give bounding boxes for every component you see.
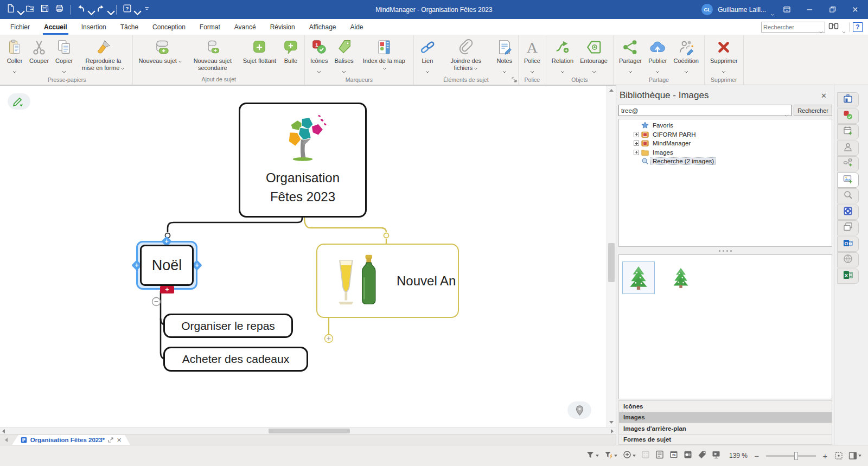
horizontal-scroll-thumb[interactable] — [269, 429, 350, 433]
topic-node-nouvel-an[interactable]: Nouvel An — [316, 244, 459, 318]
task-pane-tab-excel[interactable]: X — [837, 269, 859, 284]
chevron-down-icon[interactable] — [819, 25, 823, 28]
redo-button[interactable] — [94, 3, 112, 16]
customize-toolbar-button[interactable] — [141, 3, 153, 16]
restore-button[interactable] — [821, 2, 843, 18]
tree-item-ciform-parh[interactable]: CIFORM PARH — [619, 130, 832, 139]
ribbon-button-joindre-des-fichiers[interactable]: Joindre des fichiers — [439, 37, 493, 73]
zoom-slider-thumb[interactable] — [794, 452, 798, 460]
chevron-down-icon[interactable] — [842, 25, 846, 28]
chevron-down-icon[interactable] — [785, 109, 789, 112]
minimize-button[interactable] — [799, 2, 820, 18]
menu-tab-affichage[interactable]: Affichage — [302, 19, 343, 35]
library-section-images[interactable]: Images — [618, 412, 832, 423]
vertical-scrollbar[interactable] — [607, 86, 616, 427]
ribbon-button-relation[interactable]: Relation — [548, 37, 577, 76]
library-section-images-d-arriere-plan[interactable]: Images d'arrière-plan — [618, 423, 832, 434]
ribbon-button-lien[interactable]: Lien — [416, 37, 439, 76]
zoom-slider[interactable] — [766, 455, 816, 457]
tree-item-images[interactable]: Images — [619, 148, 832, 157]
task-pane-tab-icon-markers[interactable] — [837, 108, 859, 124]
splitter-handle[interactable] — [618, 247, 832, 254]
menu-tab-avance[interactable]: Avancé — [227, 19, 263, 35]
menu-tab-aide[interactable]: Aide — [343, 19, 371, 35]
ribbon-button-reproduire-la-mise-en-forme[interactable]: Reproduire la mise en forme — [76, 37, 130, 73]
ribbon-button-police[interactable]: APolice — [521, 37, 544, 76]
chevron-down-icon[interactable] — [771, 8, 775, 11]
ribbon-button-nouveau-sujet-secondaire[interactable]: Nouveau sujet secondaire — [186, 37, 240, 73]
binoculars-search-icon[interactable] — [828, 21, 839, 33]
task-pane-tab-snapshot[interactable] — [837, 205, 859, 220]
menu-tab-conception[interactable]: Conception — [145, 19, 193, 35]
search-button[interactable]: Rechercher — [794, 105, 832, 116]
dialog-launcher-icon[interactable] — [512, 77, 517, 84]
icon-view-button[interactable] — [684, 450, 692, 461]
tree-item-mindmanager[interactable]: MindManager — [619, 139, 832, 148]
ribbon-button-coller[interactable]: Coller — [3, 37, 26, 76]
expand-toggle-icon[interactable] — [634, 132, 639, 137]
presentation-button[interactable] — [712, 450, 720, 461]
undo-button[interactable] — [75, 3, 92, 16]
add-view-button[interactable] — [623, 450, 636, 461]
tree-item-recherche-2-images[interactable]: Recherche (2 images) — [619, 157, 832, 166]
task-pane-tab-map-parts[interactable] — [837, 156, 859, 171]
panel-layout-button[interactable] — [848, 451, 861, 460]
ribbon-button-notes[interactable]: Notes — [493, 37, 516, 76]
library-search-input[interactable] — [621, 107, 785, 114]
filter-button[interactable] — [586, 450, 599, 461]
scroll-right-icon[interactable] — [611, 429, 614, 433]
expand-toggle-icon[interactable] — [634, 150, 639, 155]
help-button[interactable]: ? — [853, 22, 863, 32]
ribbon-button-publier[interactable]: Publier — [645, 37, 670, 76]
zoom-in-button[interactable]: + — [821, 451, 829, 461]
open-button[interactable] — [24, 3, 36, 16]
new-document-button[interactable] — [4, 3, 22, 16]
ribbon-button-partager[interactable]: Partager — [616, 37, 645, 76]
user-name[interactable]: Guillaume Laill... — [718, 6, 766, 14]
outline-view-button[interactable] — [655, 450, 664, 461]
task-pane-tab-search[interactable] — [837, 188, 859, 203]
close-tab-icon[interactable]: ✕ — [117, 437, 122, 444]
vertical-scroll-thumb[interactable] — [608, 243, 615, 282]
ribbon-button-balises[interactable]: Balises — [331, 37, 356, 76]
menu-tab-accueil[interactable]: Accueil — [37, 19, 74, 35]
document-tab[interactable]: Organisation Fêtes 2023* ✕ — [12, 435, 130, 445]
task-pane-tab-outlook[interactable]: O — [837, 237, 859, 252]
subtopic-node-organiser-le-repas[interactable]: Organiser le repas — [163, 314, 293, 338]
save-button[interactable] — [39, 3, 51, 16]
ribbon-button-bulle[interactable]: Bulle — [279, 37, 302, 66]
christmas-tree-image-2[interactable] — [665, 261, 697, 294]
power-filter-button[interactable] — [604, 450, 617, 461]
avatar[interactable]: GL — [701, 4, 713, 15]
zoom-out-button[interactable]: − — [753, 451, 761, 461]
menu-tab-revision[interactable]: Révision — [263, 19, 302, 35]
fit-map-button[interactable] — [834, 451, 843, 460]
menu-tab-insertion[interactable]: Insertion — [74, 19, 113, 35]
schedule-view-button[interactable]: 24 — [669, 450, 678, 461]
scroll-left-icon[interactable] — [2, 429, 5, 433]
tag-view-button[interactable] — [698, 450, 706, 461]
task-pane-tab-images[interactable] — [837, 173, 859, 188]
menu-tab-format[interactable]: Format — [193, 19, 227, 35]
add-subtopic-badge[interactable] — [160, 286, 174, 293]
help-button[interactable]: ? — [121, 3, 138, 16]
map-canvas[interactable]: Organisation Fêtes 2023 Noël — [0, 86, 607, 427]
task-pane-tab-task-info[interactable] — [837, 124, 859, 139]
topic-node-noel[interactable]: Noël — [140, 245, 194, 286]
close-icon[interactable] — [844, 2, 866, 18]
expand-toggle-icon[interactable] — [634, 141, 639, 146]
ribbon-display-options-button[interactable] — [776, 2, 797, 18]
ribbon-button-supprimer[interactable]: Supprimer — [707, 37, 741, 76]
task-pane-tab-library[interactable] — [837, 92, 859, 107]
scroll-down-icon[interactable] — [609, 421, 614, 424]
subtopic-node-acheter-des-cadeaux[interactable]: Acheter des cadeaux — [163, 347, 308, 372]
horizontal-scrollbar[interactable] — [0, 427, 616, 434]
ribbon-button-copier[interactable]: Copier — [52, 37, 76, 76]
coediting-pencil-indicator[interactable] — [8, 93, 30, 110]
menu-tab-fichier[interactable]: Fichier — [3, 19, 37, 35]
location-pin-button[interactable] — [567, 401, 591, 419]
ribbon-button-icones[interactable]: 1Icônes — [307, 37, 331, 76]
tab-scroll-left-button[interactable] — [0, 435, 12, 445]
print-button[interactable] — [53, 3, 66, 16]
ribbon-search-box[interactable] — [761, 22, 825, 33]
